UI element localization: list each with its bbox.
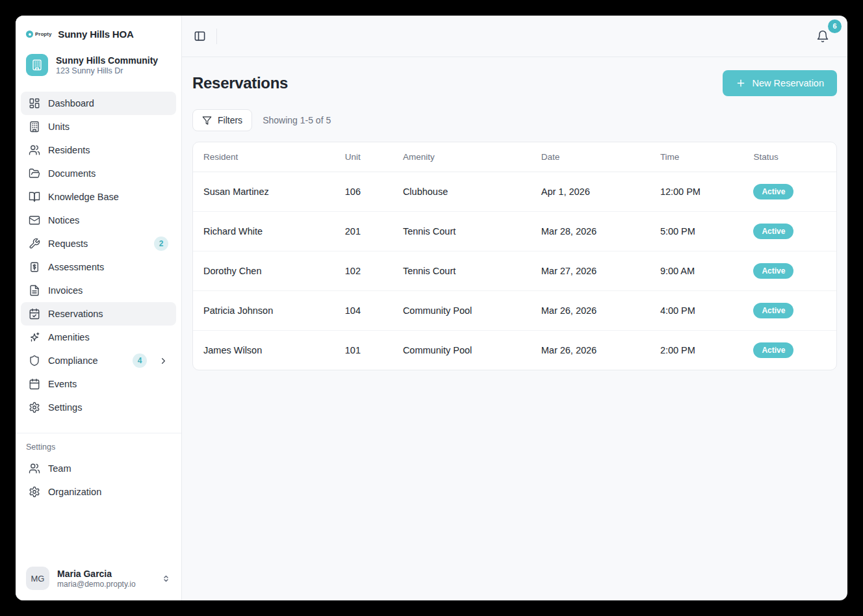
dollar-file-icon (29, 261, 40, 273)
cell-resident: Patricia Johnson (193, 291, 335, 331)
sidebar-item-settings[interactable]: Settings (21, 396, 176, 419)
cell-date: Apr 1, 2026 (531, 172, 650, 212)
sidebar-item-invoices[interactable]: Invoices (21, 279, 176, 302)
panel-left-icon (194, 30, 206, 42)
sidebar-item-compliance[interactable]: Compliance 4 (21, 349, 176, 372)
sidebar-item-label: Team (48, 463, 168, 474)
sidebar-item-organization[interactable]: Organization (21, 480, 176, 504)
notification-count-badge: 6 (828, 19, 842, 33)
cell-resident: Richard White (193, 212, 335, 251)
status-badge: Active (753, 224, 793, 239)
community-selector[interactable]: Sunny Hills Community 123 Sunny Hills Dr (23, 51, 174, 79)
sidebar-item-label: Units (48, 122, 168, 132)
sidebar-item-events[interactable]: Events (21, 372, 176, 396)
community-building-icon (26, 54, 48, 76)
cell-unit: 106 (335, 172, 393, 212)
sidebar-item-label: Events (48, 379, 168, 389)
status-badge: Active (753, 342, 793, 358)
settings-section-label: Settings (21, 440, 176, 457)
folder-open-icon (29, 168, 40, 179)
cell-resident: James Wilson (193, 331, 335, 370)
sidebar-item-label: Assessments (48, 262, 168, 272)
avatar: MG (26, 567, 49, 590)
cell-time: 12:00 PM (650, 172, 743, 212)
results-count: Showing 1-5 of 5 (263, 115, 331, 125)
reservations-table: Resident Unit Amenity Date Time Status S… (193, 142, 836, 370)
cell-unit: 201 (335, 212, 393, 251)
cell-amenity: Tennis Court (393, 251, 531, 291)
user-name: Maria Garcia (57, 569, 153, 579)
cell-date: Mar 26, 2026 (531, 291, 650, 331)
sidebar-item-reservations[interactable]: Reservations (21, 302, 176, 326)
column-header-time: Time (650, 142, 743, 172)
gear-icon (29, 486, 40, 498)
sidebar-item-label: Requests (48, 238, 146, 249)
file-text-icon (29, 285, 40, 296)
table-row[interactable]: Richard White 201 Tennis Court Mar 28, 2… (193, 212, 836, 251)
new-reservation-label: New Reservation (753, 78, 824, 88)
app-window: Propty Sunny Hills HOA Sunny Hills Commu… (16, 16, 847, 600)
sidebar-item-label: Knowledge Base (48, 192, 168, 202)
sidebar-item-knowledge-base[interactable]: Knowledge Base (21, 185, 176, 209)
dashboard-icon (29, 97, 40, 109)
community-name: Sunny Hills Community (56, 55, 158, 66)
sidebar-item-label: Residents (48, 145, 168, 155)
sidebar-item-amenities[interactable]: Amenities (21, 326, 176, 349)
building-icon (29, 121, 40, 133)
user-menu[interactable]: MG Maria Garcia maria@demo.propty.io (16, 559, 181, 600)
sidebar-item-label: Compliance (48, 355, 125, 366)
sidebar-item-team[interactable]: Team (21, 457, 176, 480)
propty-logo-icon (26, 31, 33, 38)
chevron-right-icon (159, 356, 168, 366)
org-name: Sunny Hills HOA (58, 29, 133, 40)
table-row[interactable]: Patricia Johnson 104 Community Pool Mar … (193, 291, 836, 331)
mail-icon (29, 214, 40, 226)
user-email: maria@demo.propty.io (57, 580, 153, 589)
new-reservation-button[interactable]: New Reservation (723, 70, 837, 96)
sidebar-item-label: Reservations (48, 309, 168, 319)
wrench-icon (29, 238, 40, 250)
cell-time: 2:00 PM (650, 331, 743, 370)
sidebar-item-requests[interactable]: Requests 2 (21, 232, 176, 255)
cell-date: Mar 28, 2026 (531, 212, 650, 251)
propty-logo: Propty (26, 31, 51, 38)
filters-button[interactable]: Filters (192, 109, 252, 131)
cell-resident: Dorothy Chen (193, 251, 335, 291)
sidebar-item-label: Invoices (48, 285, 168, 296)
bell-icon (816, 30, 829, 43)
cell-amenity: Community Pool (393, 331, 531, 370)
sidebar-item-label: Amenities (48, 332, 168, 342)
topbar: 6 (182, 16, 847, 57)
sidebar-item-residents[interactable]: Residents (21, 138, 176, 162)
requests-count-badge: 2 (154, 237, 168, 251)
page-title: Reservations (192, 74, 288, 92)
sidebar-nav: Dashboard Units Residents Documents Know… (16, 85, 181, 419)
sidebar-item-notices[interactable]: Notices (21, 209, 176, 232)
community-address: 123 Sunny Hills Dr (56, 66, 158, 75)
table-row[interactable]: James Wilson 101 Community Pool Mar 26, … (193, 331, 836, 370)
sidebar: Propty Sunny Hills HOA Sunny Hills Commu… (16, 16, 182, 600)
sidebar-toggle-button[interactable] (192, 29, 207, 44)
column-header-amenity: Amenity (393, 142, 531, 172)
status-badge: Active (753, 184, 793, 199)
sidebar-item-units[interactable]: Units (21, 115, 176, 138)
filters-label: Filters (218, 115, 242, 125)
cell-amenity: Clubhouse (393, 172, 531, 212)
cell-date: Mar 26, 2026 (531, 331, 650, 370)
cell-time: 4:00 PM (650, 291, 743, 331)
sidebar-item-dashboard[interactable]: Dashboard (21, 92, 176, 115)
cell-time: 5:00 PM (650, 212, 743, 251)
reservations-table-card: Resident Unit Amenity Date Time Status S… (192, 142, 837, 370)
table-row[interactable]: Susan Martinez 106 Clubhouse Apr 1, 2026… (193, 172, 836, 212)
settings-section: Settings Team Organization (16, 433, 181, 504)
book-open-icon (29, 191, 40, 203)
sparkles-icon (29, 331, 40, 343)
sidebar-item-documents[interactable]: Documents (21, 162, 176, 185)
gear-icon (29, 402, 40, 413)
table-row[interactable]: Dorothy Chen 102 Tennis Court Mar 27, 20… (193, 251, 836, 291)
notifications-button[interactable] (815, 29, 831, 44)
status-badge: Active (753, 263, 793, 279)
sidebar-item-assessments[interactable]: Assessments (21, 255, 176, 279)
sidebar-item-label: Documents (48, 168, 168, 179)
main-area: 6 Reservations New Reservation Filters S… (182, 16, 847, 600)
